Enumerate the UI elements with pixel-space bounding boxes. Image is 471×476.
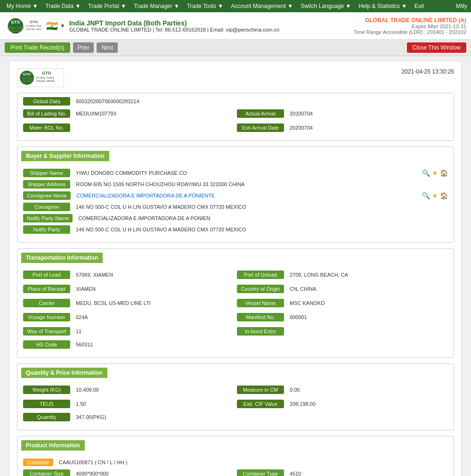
port-of-unload-row: Port of Unload 2709, LONG BEACH, CA [237,271,448,279]
mater-bol-row: Mater BOL No. [23,123,234,132]
teus-label: TEUS [23,400,70,408]
logo: GTO GLOBAL TRADE ONLINE LIMITED GTO GLOB… [5,15,42,36]
global-data-body: Global Data 6003202007060000293214 Bill … [17,93,454,140]
main-content: GTO GLOBAL TRADE ONLINE LIMITED GTO GLOB… [0,56,471,476]
measure-cm-label: Measure in CM [237,386,284,394]
actual-arrival-row: Actual Arrival 20200704 [237,109,448,118]
notify-party-value: 146 NO 500-C COL U H LIN GUSTAVO A MADER… [72,225,448,234]
way-of-transport-row: Way of Transport 11 [23,327,234,336]
nav-help-statistics[interactable]: Help & Statistics ▼ [356,2,410,10]
consignee-name-value: COMERCIALIZADORA E IMPORTADORA DE A PONI… [73,191,420,200]
measure-cm-row: Measure in CM 0.00 [237,386,448,394]
weight-value: 10,409.00 [72,386,234,394]
close-button[interactable]: Close This Window [407,42,466,53]
container-size-row: Container Size 4000*900*800 [23,469,234,476]
hs-code-row: HS Code 560311 [23,340,448,349]
page-title-section: India JNPT Import Data (Both Parties) GL… [69,19,279,33]
nav-trade-manager[interactable]: Trade Manager ▼ [131,2,182,10]
svg-text:GLOBAL TRADE: GLOBAL TRADE [19,77,34,80]
svg-text:GTO: GTO [23,72,31,76]
esti-cif-value: 208,198.00 [286,400,448,408]
svg-text:ONLINE LIMITED: ONLINE LIMITED [36,80,55,82]
svg-text:GTO: GTO [11,20,20,25]
shipper-home-icon[interactable]: 🏠 [440,169,448,177]
container-size-value: 4000*900*800 [72,469,234,476]
esti-arrival-label: Esti Arrival Date [237,123,284,132]
bol-value: MEDUXM107793 [72,109,234,118]
svg-text:ONLINE LIMITED: ONLINE LIMITED [19,80,34,82]
india-flag-icon: 🇮🇳 [46,20,58,32]
consignee-star-icon[interactable]: ★ [432,192,438,199]
consignee-name-label: Consignee Name [23,191,71,200]
esti-arrival-value: 20200704 [286,123,448,132]
header-bar: GTO GLOBAL TRADE ONLINE LIMITED GTO GLOB… [0,12,471,40]
bol-row: Bill of Lading No. MEDUXM107793 [23,109,234,118]
shipper-name-label: Shipper Name [23,169,70,177]
country-of-origin-value: CN, CHINA [286,285,448,293]
next-button[interactable]: Next [97,42,118,53]
esti-arrival-row: Esti Arrival Date 20200704 [237,123,448,132]
shipper-star-icon[interactable]: ★ [432,169,438,177]
record-card: GTO GLOBAL TRADE ONLINE LIMITED GTO GLOB… [9,61,462,476]
nav-trade-data[interactable]: Trade Data ▼ [43,2,84,10]
consignee-home-icon[interactable]: 🏠 [440,192,448,199]
print-button[interactable]: Print Trade Record(s) [5,42,70,53]
place-of-receipt-value: XIAMEN [72,285,234,293]
notify-party-name-label: Notify Party Name [23,214,73,222]
product-title: Product Information [21,440,85,451]
global-data-value: 6003202007060000293214 [72,97,448,106]
place-of-receipt-row: Place of Receipt XIAMEN [23,285,234,293]
carrier-label: Carrier [23,299,70,307]
mater-bol-label: Mater BOL No. [23,123,70,132]
expire-info: Expire After 2021-12-31 [354,24,466,29]
product-body: Container CAAU5100871 ( CN / L / HH ) Co… [17,454,454,476]
nav-items: My Home ▼ Trade Data ▼ Trade Portal ▼ Tr… [4,2,427,10]
record-datetime: 2021-04-25 13:30:26 [402,68,454,75]
shipper-search-icon[interactable]: 🔍 [422,169,430,177]
vessel-name-value: MSC KANOKO [286,299,448,307]
shipper-address-row: Shipper Address ROOM 605 NO 1505 NORTH C… [23,180,448,189]
svg-text:GLOBAL TRADE: GLOBAL TRADE [6,26,24,29]
voyage-number-row: Voyage Number 024A [23,313,234,321]
country-of-origin-label: Country of Origin [237,285,284,293]
actual-arrival-value: 20200704 [286,109,448,118]
way-of-transport-label: Way of Transport [23,327,70,336]
nav-my-home[interactable]: My Home ▼ [4,2,41,10]
notify-party-name-row: Notify Party Name COMERCIALIZADORA E IMP… [23,214,448,222]
transportation-body: Port of Load 57069, XIAMEN Port of Unloa… [17,267,454,357]
transportation-title: Transportation Information [21,253,103,263]
notify-party-label: Notify Party [23,225,70,234]
shipper-address-label: Shipper Address [23,180,70,189]
port-of-load-row: Port of Load 57069, XIAMEN [23,271,234,279]
teus-value: 1.50 [72,400,234,408]
prev-button[interactable]: Prev [73,42,94,53]
svg-text:GTO: GTO [42,71,51,75]
nav-account-management[interactable]: Account Management ▼ [228,2,296,10]
place-of-receipt-label: Place of Receipt [23,285,70,293]
flag-separator: ▼ [60,23,65,29]
consignee-row: Consignee 146 NO 500-C COL U H LIN GUSTA… [23,203,448,211]
vessel-name-label: Vessel Name [237,299,284,307]
company-name: GLOBAL TRADE ONLINE LIMITED (A) [354,17,466,24]
consignee-search-icon[interactable]: 🔍 [422,192,430,199]
voyage-number-value: 024A [72,313,234,321]
nav-exit[interactable]: Exit [412,2,427,10]
voyage-number-label: Voyage Number [23,313,70,321]
bol-label: Bill of Lading No. [23,109,70,118]
notify-party-name-value: COMERCIALIZADORA E IMPORTADORA DE A PONI… [74,214,448,222]
carrier-value: MEDU, BCSL US-MED LINE LTI [72,299,234,307]
header-left: GTO GLOBAL TRADE ONLINE LIMITED GTO GLOB… [5,15,279,36]
nav-trade-tools[interactable]: Trade Tools ▼ [184,2,226,10]
top-navigation: My Home ▼ Trade Data ▼ Trade Portal ▼ Tr… [0,0,471,12]
svg-text:GTO: GTO [30,20,38,24]
carrier-row: Carrier MEDU, BCSL US-MED LINE LTI [23,299,234,307]
port-of-load-value: 57069, XIAMEN [72,271,234,279]
manifest-no-value: 000001 [286,313,448,321]
nav-user: Milly [456,3,467,9]
buyer-supplier-section: Buyer & Supplier Information Shipper Nam… [17,147,454,243]
nav-trade-portal[interactable]: Trade Portal ▼ [85,2,129,10]
quantity-price-title: Quantity & Price Information [21,368,107,378]
time-range: Time Range Accessible (LDR) : 201401 - 2… [354,29,466,35]
svg-text:GLOBAL TRADE: GLOBAL TRADE [26,25,41,27]
nav-switch-language[interactable]: Switch Language ▼ [298,2,354,10]
